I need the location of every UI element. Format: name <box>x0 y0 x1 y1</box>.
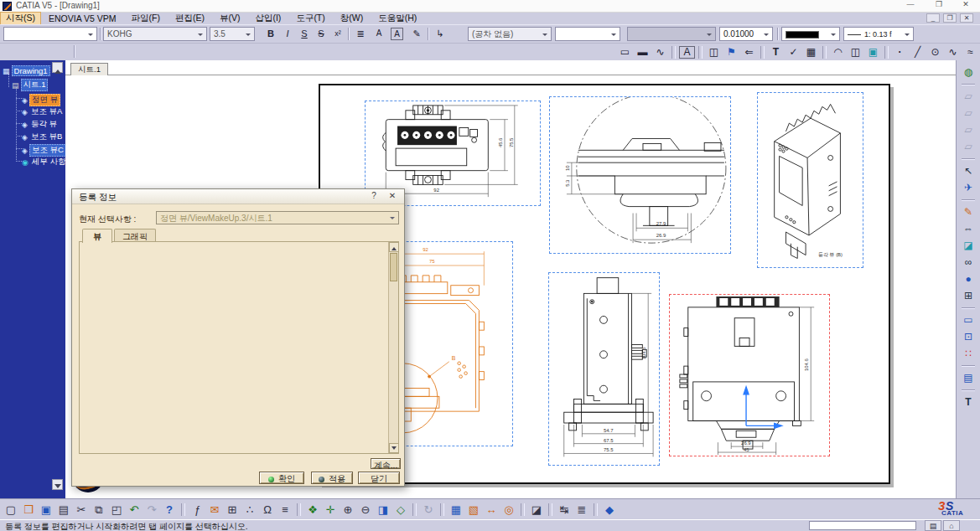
wave-icon[interactable]: ∿ <box>652 44 668 59</box>
current-selection-combo[interactable]: 정면 뷰/ViewMakeUp.3/시트.1 <box>156 211 399 224</box>
sheet-tab[interactable]: 시트.1 <box>70 63 108 75</box>
menu-view[interactable]: 뷰(V) <box>212 13 248 24</box>
sphere-icon[interactable]: ● <box>960 272 977 286</box>
view-frame-detail[interactable]: 10 5.3 27.9 26.9 <box>549 96 731 254</box>
help-icon[interactable]: ? <box>162 502 177 518</box>
text-table-icon[interactable]: T <box>960 395 977 410</box>
tree-root-drawing[interactable]: Drawing1 <box>12 65 50 76</box>
tree-item-aux-view-c[interactable]: 보조 뷰C <box>29 144 65 157</box>
open-icon[interactable]: ❒ <box>21 502 36 518</box>
view-box-icon[interactable]: ▣ <box>865 44 881 59</box>
tree-item-front-view[interactable]: 정면 뷰 <box>29 94 60 106</box>
graphic-style-combo[interactable] <box>3 27 97 41</box>
save-icon[interactable]: ▣ <box>39 502 54 518</box>
tree-scroll-down[interactable] <box>52 479 63 490</box>
menu-enovia[interactable]: ENOVIA V5 VPM <box>41 13 124 23</box>
dialog-help-button[interactable]: ? <box>367 191 381 203</box>
dialog-vscrollbar[interactable] <box>388 242 398 453</box>
point-icon[interactable]: · <box>892 44 908 59</box>
layers-icon[interactable]: ▤ <box>960 371 977 385</box>
fly-mode-icon[interactable]: ✈ <box>960 181 977 195</box>
cut-icon[interactable]: ✂ <box>74 502 89 518</box>
view-creation-icon[interactable]: ⊡ <box>960 330 977 344</box>
more-button[interactable]: 계속... <box>371 458 401 469</box>
status-button-1[interactable]: ▤ <box>925 520 941 531</box>
capture-icon[interactable]: ◪ <box>529 502 544 518</box>
select-arrow-icon[interactable]: ↖ <box>960 164 977 178</box>
ruler-icon[interactable]: ↹ <box>557 502 572 518</box>
window-icon-2[interactable]: ▱ <box>960 106 977 121</box>
menu-file[interactable]: 파일(F) <box>124 13 168 24</box>
copy-icon[interactable]: ⧉ <box>91 502 106 518</box>
window-icon-3[interactable]: ▱ <box>960 123 977 137</box>
tab-view[interactable]: 뷰 <box>82 229 112 243</box>
close-button[interactable]: ✕ <box>957 0 975 8</box>
status-button-2[interactable]: ⌂ <box>943 520 960 531</box>
menu-help[interactable]: 도움말(H) <box>371 13 424 24</box>
refresh-icon[interactable]: ↻ <box>421 502 436 518</box>
tolerance-combo[interactable]: (공차 없음) <box>468 27 552 41</box>
catalog-globe-icon[interactable]: ◍ <box>960 65 977 80</box>
text-style-pen-icon[interactable]: ✎ <box>409 27 424 41</box>
child-restore-button[interactable]: ❐ <box>943 13 957 23</box>
precision-combo[interactable]: 0.01000 <box>719 27 773 41</box>
tree-item-iso-view[interactable]: 등각 뷰 <box>29 119 59 130</box>
menu-edit[interactable]: 편집(E) <box>168 13 212 24</box>
view-frame-side[interactable]: 104.6 54.7 67.5 75.5 <box>548 272 660 466</box>
line-icon[interactable]: ╱ <box>910 44 926 59</box>
lock-icon[interactable]: Ω <box>260 502 275 518</box>
menu-start[interactable]: 시작(S) <box>0 12 41 25</box>
new-window-icon[interactable]: ▭ <box>960 313 977 327</box>
undo-icon[interactable]: ↶ <box>127 502 142 518</box>
redo-icon[interactable]: ↷ <box>144 502 159 518</box>
underline-button[interactable]: S <box>297 27 312 41</box>
multi-view-icon[interactable]: ◇ <box>393 502 408 518</box>
sheet-frame-icon[interactable]: ▭ <box>617 44 633 59</box>
italic-button[interactable]: I <box>280 27 295 41</box>
font-size-combo[interactable]: 3.5 <box>210 27 255 41</box>
dimension-tool-icon[interactable]: ⇔ <box>960 222 977 236</box>
generate-dimensions-icon[interactable]: ↔ <box>484 502 499 518</box>
ok-button[interactable]: 확인 <box>259 472 304 484</box>
check-annotation-icon[interactable]: ✓ <box>786 44 801 59</box>
tree-item-detail[interactable]: 세부 사항 <box>30 157 65 168</box>
child-close-button[interactable]: ✕ <box>960 13 973 23</box>
zoom-in-icon[interactable]: ⊕ <box>340 502 355 518</box>
grid-icon[interactable]: ▦ <box>449 502 464 518</box>
child-minimize-button[interactable]: _ <box>926 13 940 23</box>
dimension-group-combo[interactable] <box>627 27 716 41</box>
window-icon-4[interactable]: ▱ <box>960 140 977 154</box>
frame-text-icon[interactable]: A <box>391 28 403 40</box>
strikethrough-button[interactable]: S <box>314 27 329 41</box>
text-box-icon[interactable]: A <box>679 46 695 59</box>
scroll-down-button[interactable] <box>389 443 399 453</box>
arrow-left-icon[interactable]: ⇐ <box>741 44 757 59</box>
structure-icon[interactable]: ∴ <box>242 502 257 518</box>
bold-button[interactable]: B <box>263 27 278 41</box>
view-frame-active[interactable]: 104.6 26.9 45 <box>669 294 830 456</box>
circle-icon[interactable]: ⊙ <box>927 44 943 59</box>
power-input-field[interactable] <box>809 521 916 530</box>
symmetry-icon[interactable]: ◫ <box>848 44 863 59</box>
formula-icon[interactable]: ƒ <box>189 502 205 518</box>
menu-tools[interactable]: 도구(T) <box>288 13 332 24</box>
text-template-icon[interactable]: ≣ <box>574 502 589 518</box>
align-icon[interactable]: ≣ <box>353 27 368 41</box>
balloon-icon[interactable]: ◎ <box>501 502 516 518</box>
message-icon[interactable]: ✉ <box>207 502 222 518</box>
pan-icon[interactable]: ✛ <box>323 502 338 518</box>
new-icon[interactable]: ▢ <box>3 502 18 518</box>
menu-window[interactable]: 창(W) <box>333 13 371 24</box>
frame-lock-icon[interactable]: ▬ <box>635 44 651 59</box>
color-combo[interactable] <box>781 27 840 41</box>
circle-pattern-icon[interactable]: ∞ <box>960 255 977 270</box>
tab-graphic[interactable]: 그래픽 <box>114 229 156 242</box>
view-frame-iso[interactable]: 등각 뷰 (B) <box>757 92 863 268</box>
tree-item-aux-view-a[interactable]: 보조 뷰A <box>29 106 64 117</box>
paste-icon[interactable]: ◰ <box>109 502 124 518</box>
superscript-button[interactable]: x² <box>330 27 345 41</box>
window-icon-1[interactable]: ▱ <box>960 90 977 104</box>
arc-icon[interactable]: ◠ <box>830 44 846 59</box>
tree-scroll-up[interactable] <box>52 62 63 73</box>
table-icon[interactable]: ▦ <box>803 44 819 59</box>
